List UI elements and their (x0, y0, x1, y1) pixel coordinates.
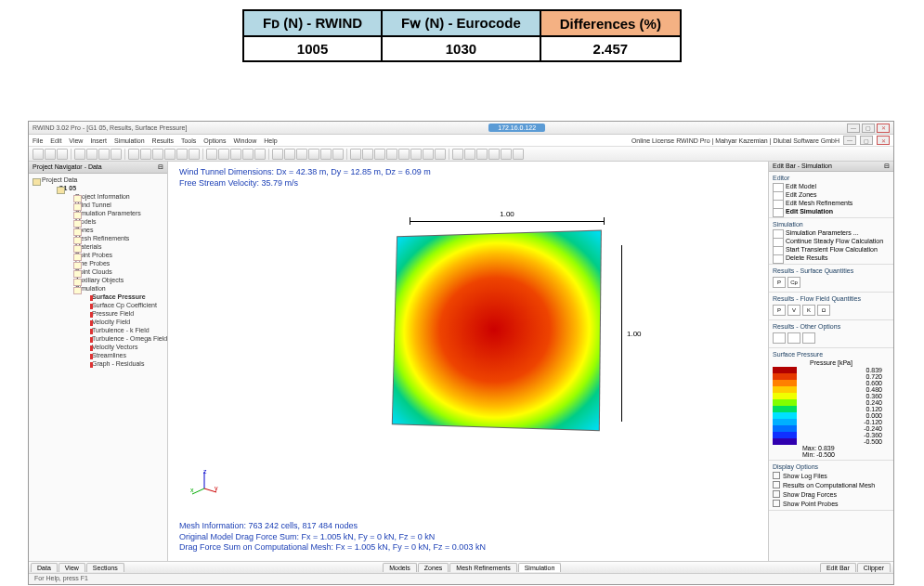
toolbar-icon[interactable] (332, 149, 344, 160)
mdi-maximize-button[interactable]: ▢ (860, 136, 873, 145)
menu-insert[interactable]: Insert (90, 137, 107, 144)
toolbar-icon[interactable] (308, 149, 319, 160)
toolbar-icon[interactable] (111, 149, 122, 160)
tree-leaf[interactable]: Streamlines (83, 351, 163, 359)
tab-data[interactable]: Data (31, 563, 58, 572)
toolbar-icon[interactable] (86, 149, 98, 160)
tree-item[interactable]: Materials (66, 242, 163, 251)
toolbar-icon[interactable] (189, 149, 200, 160)
viewport-3d[interactable]: Wind Tunnel Dimensions: Dx = 42.38 m, Dy… (168, 162, 768, 561)
navigator-pin-icon[interactable]: ⊟ (158, 163, 163, 171)
tree-item[interactable]: Simulation Parameters (66, 209, 163, 217)
menu-options[interactable]: Options (203, 137, 226, 144)
toolbar-icon[interactable] (296, 149, 307, 160)
tree-item[interactable]: Models (66, 217, 163, 226)
tree-item[interactable]: Point Probes (66, 251, 163, 259)
toolbar-icon[interactable] (152, 149, 163, 160)
flow-omega-button[interactable]: Ω (817, 305, 830, 316)
toolbar-icon[interactable] (423, 149, 434, 160)
start-transient-button[interactable]: Start Transient Flow Calculation (773, 245, 890, 254)
tree-leaf[interactable]: Turbulence - k Field (83, 326, 163, 334)
toolbar-icon[interactable] (320, 149, 332, 160)
menu-file[interactable]: File (33, 137, 43, 144)
mdi-minimize-button[interactable]: — (843, 136, 856, 145)
tree-leaf[interactable]: Graph - Residuals (83, 359, 163, 368)
menu-window[interactable]: Window (233, 137, 256, 144)
toolbar-icon[interactable] (33, 149, 44, 160)
toolbar-icon[interactable] (410, 149, 422, 160)
tree-item[interactable]: Wind Tunnel (66, 201, 163, 209)
sim-params-button[interactable]: Simulation Parameters ... (773, 228, 890, 237)
show-drag-checkbox[interactable] (773, 490, 780, 498)
tree-item[interactable]: Line Probes (66, 259, 163, 267)
toolbar-icon[interactable] (98, 149, 110, 160)
toolbar-icon[interactable] (398, 149, 410, 160)
menu-help[interactable]: Help (264, 137, 277, 144)
axis-gizmo[interactable]: zxy (190, 468, 218, 496)
tree-project[interactable]: G1 05 (49, 184, 163, 192)
tab-view[interactable]: View (59, 563, 85, 572)
tab-editbar[interactable]: Edit Bar (820, 563, 856, 572)
tab-mesh-refinements[interactable]: Mesh Refinements (449, 563, 516, 572)
toolbar-icon[interactable] (435, 149, 446, 160)
show-log-checkbox[interactable] (773, 472, 780, 479)
tab-zones[interactable]: Zones (418, 563, 449, 572)
toolbar-icon[interactable] (128, 149, 139, 160)
edit-model-button[interactable]: Edit Model (773, 182, 890, 190)
toolbar-icon[interactable] (254, 149, 266, 160)
flow-p-button[interactable]: P (773, 305, 786, 316)
tree-leaf[interactable]: Turbulence - Omega Field (83, 334, 163, 343)
delete-results-button[interactable]: Delete Results (773, 254, 890, 262)
tree-item[interactable]: Zones (66, 226, 163, 234)
toolbar-icon[interactable] (362, 149, 373, 160)
tree-item[interactable]: Point Clouds (66, 267, 163, 276)
tree-leaf[interactable]: Pressure Field (83, 309, 163, 318)
minimize-button[interactable]: — (847, 124, 860, 133)
menu-edit[interactable]: Edit (50, 137, 61, 144)
toolbar-icon[interactable] (284, 149, 295, 160)
tab-models[interactable]: Models (383, 563, 417, 572)
tree-item[interactable]: Auxiliary Objects (66, 276, 163, 284)
other-opt-button[interactable] (787, 332, 800, 344)
toolbar-icon[interactable] (374, 149, 385, 160)
menu-simulation[interactable]: Simulation (114, 137, 145, 144)
menu-results[interactable]: Results (152, 137, 174, 144)
toolbar-icon[interactable] (164, 149, 176, 160)
result-cp-button[interactable]: Cp (787, 277, 800, 288)
toolbar-icon[interactable] (45, 149, 56, 160)
tree-item[interactable]: Project Information (66, 192, 163, 201)
toolbar-icon[interactable] (206, 149, 217, 160)
maximize-button[interactable]: ▢ (862, 124, 875, 133)
other-opt-button[interactable] (802, 332, 815, 344)
toolbar-icon[interactable] (464, 149, 475, 160)
tree-leaf-surface-pressure[interactable]: Surface Pressure (83, 293, 163, 301)
continue-steady-button[interactable]: Continue Steady Flow Calculation (773, 237, 890, 245)
toolbar-icon[interactable] (272, 149, 283, 160)
toolbar-icon[interactable] (57, 149, 68, 160)
toolbar-icon[interactable] (513, 149, 524, 160)
tree-leaf[interactable]: Velocity Vectors (83, 343, 163, 351)
toolbar-icon[interactable] (501, 149, 512, 160)
mdi-close-button[interactable]: ✕ (877, 136, 890, 145)
tree-root[interactable]: Project Data (33, 176, 163, 184)
tab-clipper[interactable]: Clipper (857, 563, 891, 572)
tree-item-simulation[interactable]: Simulation (66, 284, 163, 293)
toolbar-icon[interactable] (140, 149, 151, 160)
edit-mesh-button[interactable]: Edit Mesh Refinements (773, 199, 890, 207)
results-mesh-checkbox[interactable] (773, 481, 780, 488)
flow-k-button[interactable]: K (802, 305, 815, 316)
edit-simulation-button[interactable]: Edit Simulation (773, 207, 890, 215)
toolbar-icon[interactable] (230, 149, 241, 160)
toolbar-icon[interactable] (218, 149, 229, 160)
tree-item[interactable]: Mesh Refinements (66, 234, 163, 242)
toolbar-icon[interactable] (74, 149, 85, 160)
toolbar-icon[interactable] (386, 149, 397, 160)
toolbar-icon[interactable] (476, 149, 488, 160)
tab-simulation[interactable]: Simulation (518, 563, 562, 572)
toolbar-icon[interactable] (176, 149, 188, 160)
toolbar-icon[interactable] (488, 149, 500, 160)
flow-v-button[interactable]: V (787, 305, 800, 316)
other-opt-button[interactable] (773, 332, 786, 344)
toolbar-icon[interactable] (242, 149, 254, 160)
tab-sections[interactable]: Sections (86, 563, 124, 572)
